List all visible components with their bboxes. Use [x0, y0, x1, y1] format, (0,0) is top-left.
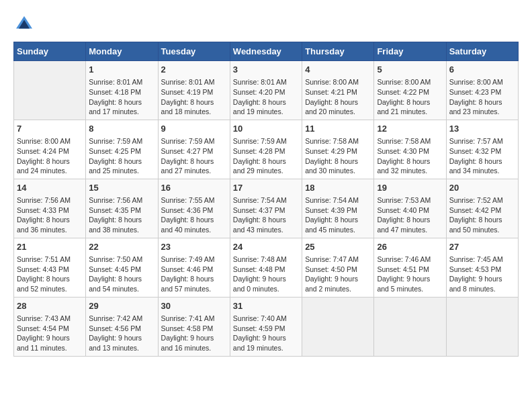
day-number: 19 [377, 182, 443, 194]
day-info: Sunrise: 7:58 AM Sunset: 4:29 PM Dayligh… [305, 136, 371, 176]
day-info: Sunrise: 7:59 AM Sunset: 4:25 PM Dayligh… [89, 136, 154, 176]
day-number: 9 [161, 123, 227, 135]
day-number: 24 [233, 241, 299, 253]
week-row-1: 1Sunrise: 8:01 AM Sunset: 4:18 PM Daylig… [14, 61, 519, 120]
calendar-cell: 1Sunrise: 8:01 AM Sunset: 4:18 PM Daylig… [86, 61, 158, 120]
day-number: 31 [233, 300, 299, 312]
day-info: Sunrise: 8:00 AM Sunset: 4:21 PM Dayligh… [305, 77, 371, 117]
day-info: Sunrise: 7:59 AM Sunset: 4:28 PM Dayligh… [233, 136, 299, 176]
week-row-5: 28Sunrise: 7:43 AM Sunset: 4:54 PM Dayli… [14, 297, 519, 356]
day-info: Sunrise: 7:46 AM Sunset: 4:51 PM Dayligh… [377, 255, 443, 294]
day-number: 4 [305, 64, 371, 76]
calendar-cell: 11Sunrise: 7:58 AM Sunset: 4:29 PM Dayli… [302, 120, 374, 179]
day-number: 8 [89, 123, 154, 135]
calendar-cell [374, 297, 446, 356]
day-info: Sunrise: 8:00 AM Sunset: 4:24 PM Dayligh… [17, 136, 83, 176]
day-info: Sunrise: 8:01 AM Sunset: 4:18 PM Dayligh… [89, 77, 154, 117]
calendar-cell: 6Sunrise: 8:00 AM Sunset: 4:23 PM Daylig… [446, 61, 518, 120]
day-info: Sunrise: 7:42 AM Sunset: 4:56 PM Dayligh… [89, 314, 154, 353]
day-number: 18 [305, 182, 371, 194]
day-number: 11 [305, 123, 371, 135]
day-number: 1 [89, 64, 154, 76]
calendar-cell: 12Sunrise: 7:58 AM Sunset: 4:30 PM Dayli… [374, 120, 446, 179]
day-info: Sunrise: 8:00 AM Sunset: 4:22 PM Dayligh… [377, 77, 443, 117]
calendar-header: SundayMondayTuesdayWednesdayThursdayFrid… [14, 42, 519, 61]
logo-icon [13, 13, 35, 35]
day-info: Sunrise: 8:01 AM Sunset: 4:20 PM Dayligh… [233, 77, 299, 117]
day-info: Sunrise: 7:54 AM Sunset: 4:37 PM Dayligh… [233, 195, 299, 235]
header-day-sunday: Sunday [14, 42, 86, 61]
calendar-cell: 26Sunrise: 7:46 AM Sunset: 4:51 PM Dayli… [374, 238, 446, 297]
calendar-cell: 5Sunrise: 8:00 AM Sunset: 4:22 PM Daylig… [374, 61, 446, 120]
logo [13, 13, 38, 35]
day-info: Sunrise: 7:45 AM Sunset: 4:53 PM Dayligh… [449, 255, 515, 294]
day-info: Sunrise: 7:47 AM Sunset: 4:50 PM Dayligh… [305, 255, 371, 294]
day-info: Sunrise: 7:56 AM Sunset: 4:35 PM Dayligh… [89, 195, 154, 235]
day-number: 22 [89, 241, 154, 253]
calendar-body: 1Sunrise: 8:01 AM Sunset: 4:18 PM Daylig… [14, 61, 519, 357]
calendar-cell: 16Sunrise: 7:55 AM Sunset: 4:36 PM Dayli… [158, 179, 230, 238]
header-day-tuesday: Tuesday [158, 42, 230, 61]
calendar-cell: 9Sunrise: 7:59 AM Sunset: 4:27 PM Daylig… [158, 120, 230, 179]
day-number: 3 [233, 64, 299, 76]
day-info: Sunrise: 7:56 AM Sunset: 4:33 PM Dayligh… [17, 195, 83, 235]
day-info: Sunrise: 8:00 AM Sunset: 4:23 PM Dayligh… [449, 77, 515, 117]
day-info: Sunrise: 7:57 AM Sunset: 4:32 PM Dayligh… [449, 136, 515, 176]
calendar-table: SundayMondayTuesdayWednesdayThursdayFrid… [13, 42, 519, 357]
calendar-cell: 23Sunrise: 7:49 AM Sunset: 4:46 PM Dayli… [158, 238, 230, 297]
day-info: Sunrise: 7:55 AM Sunset: 4:36 PM Dayligh… [161, 195, 227, 235]
day-number: 13 [449, 123, 515, 135]
day-info: Sunrise: 7:48 AM Sunset: 4:48 PM Dayligh… [233, 255, 299, 294]
day-info: Sunrise: 7:58 AM Sunset: 4:30 PM Dayligh… [377, 136, 443, 176]
header [13, 13, 519, 35]
calendar-cell: 2Sunrise: 8:01 AM Sunset: 4:19 PM Daylig… [158, 61, 230, 120]
day-number: 12 [377, 123, 443, 135]
day-number: 17 [233, 182, 299, 194]
calendar-cell: 21Sunrise: 7:51 AM Sunset: 4:43 PM Dayli… [14, 238, 86, 297]
day-info: Sunrise: 7:52 AM Sunset: 4:42 PM Dayligh… [449, 195, 515, 235]
day-number: 21 [17, 241, 83, 253]
day-info: Sunrise: 7:41 AM Sunset: 4:58 PM Dayligh… [161, 314, 227, 353]
day-number: 5 [377, 64, 443, 76]
day-number: 15 [89, 182, 154, 194]
calendar-cell: 13Sunrise: 7:57 AM Sunset: 4:32 PM Dayli… [446, 120, 518, 179]
day-info: Sunrise: 7:50 AM Sunset: 4:45 PM Dayligh… [89, 255, 154, 294]
calendar-cell [446, 297, 518, 356]
header-day-friday: Friday [374, 42, 446, 61]
header-day-monday: Monday [86, 42, 158, 61]
calendar-cell: 25Sunrise: 7:47 AM Sunset: 4:50 PM Dayli… [302, 238, 374, 297]
calendar-cell: 15Sunrise: 7:56 AM Sunset: 4:35 PM Dayli… [86, 179, 158, 238]
day-number: 26 [377, 241, 443, 253]
day-number: 20 [449, 182, 515, 194]
calendar-cell: 29Sunrise: 7:42 AM Sunset: 4:56 PM Dayli… [86, 297, 158, 356]
day-info: Sunrise: 7:59 AM Sunset: 4:27 PM Dayligh… [161, 136, 227, 176]
day-number: 23 [161, 241, 227, 253]
day-number: 2 [161, 64, 227, 76]
day-info: Sunrise: 7:53 AM Sunset: 4:40 PM Dayligh… [377, 195, 443, 235]
day-number: 30 [161, 300, 227, 312]
header-day-saturday: Saturday [446, 42, 518, 61]
calendar-cell: 19Sunrise: 7:53 AM Sunset: 4:40 PM Dayli… [374, 179, 446, 238]
calendar-cell: 30Sunrise: 7:41 AM Sunset: 4:58 PM Dayli… [158, 297, 230, 356]
calendar-cell: 3Sunrise: 8:01 AM Sunset: 4:20 PM Daylig… [230, 61, 302, 120]
day-number: 25 [305, 241, 371, 253]
calendar-cell [14, 61, 86, 120]
calendar-cell: 22Sunrise: 7:50 AM Sunset: 4:45 PM Dayli… [86, 238, 158, 297]
day-info: Sunrise: 7:51 AM Sunset: 4:43 PM Dayligh… [17, 255, 83, 294]
day-number: 7 [17, 123, 83, 135]
day-number: 14 [17, 182, 83, 194]
day-number: 6 [449, 64, 515, 76]
week-row-4: 21Sunrise: 7:51 AM Sunset: 4:43 PM Dayli… [14, 238, 519, 297]
day-number: 29 [89, 300, 154, 312]
day-number: 16 [161, 182, 227, 194]
header-day-wednesday: Wednesday [230, 42, 302, 61]
calendar-cell: 20Sunrise: 7:52 AM Sunset: 4:42 PM Dayli… [446, 179, 518, 238]
calendar-cell: 10Sunrise: 7:59 AM Sunset: 4:28 PM Dayli… [230, 120, 302, 179]
calendar-cell: 14Sunrise: 7:56 AM Sunset: 4:33 PM Dayli… [14, 179, 86, 238]
calendar-cell: 28Sunrise: 7:43 AM Sunset: 4:54 PM Dayli… [14, 297, 86, 356]
calendar-cell: 7Sunrise: 8:00 AM Sunset: 4:24 PM Daylig… [14, 120, 86, 179]
day-info: Sunrise: 7:49 AM Sunset: 4:46 PM Dayligh… [161, 255, 227, 294]
calendar-cell: 27Sunrise: 7:45 AM Sunset: 4:53 PM Dayli… [446, 238, 518, 297]
day-info: Sunrise: 8:01 AM Sunset: 4:19 PM Dayligh… [161, 77, 227, 117]
calendar-cell [302, 297, 374, 356]
